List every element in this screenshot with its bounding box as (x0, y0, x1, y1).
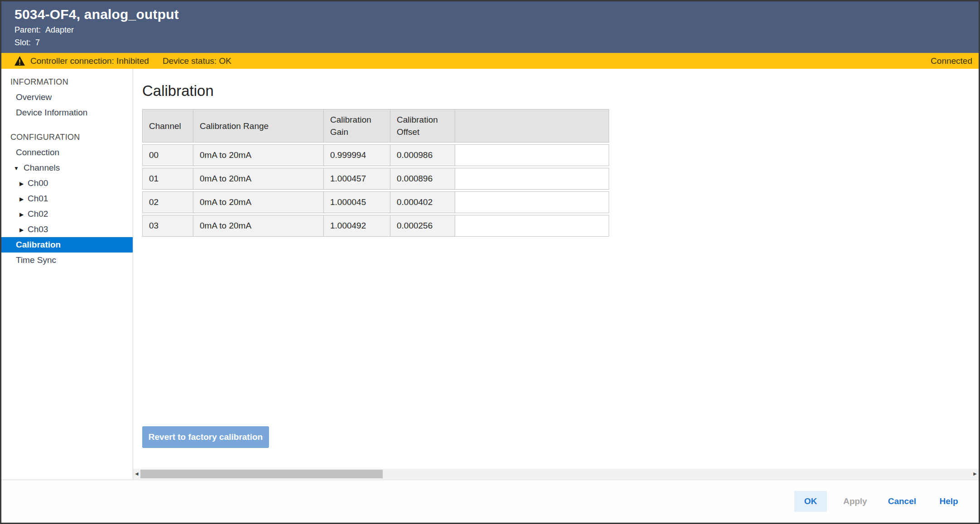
slot-label: Slot: (14, 38, 31, 47)
cell-gain: 0.999994 (324, 144, 390, 166)
cell-channel: 00 (142, 144, 193, 166)
sidebar-item-ch01-label[interactable]: Ch01 (28, 194, 48, 203)
header-row: Channel Calibration Range Calibration Ga… (142, 109, 609, 143)
cell-channel: 03 (142, 215, 193, 237)
help-button[interactable]: Help (932, 491, 965, 512)
body: INFORMATION Overview Device Information … (1, 69, 979, 480)
footer-bar: OK Apply Cancel Help (1, 480, 979, 523)
cell-empty (455, 144, 609, 166)
calibration-table-header: Channel Calibration Range Calibration Ga… (142, 109, 609, 143)
controller-connection-status: Controller connection: Inhibited (30, 56, 149, 66)
sidebar-item-ch00-label[interactable]: Ch00 (28, 178, 48, 188)
cell-gain: 1.000045 (324, 191, 390, 213)
table-row: 01 0mA to 20mA 1.000457 0.000896 (142, 168, 609, 190)
cell-range: 0mA to 20mA (193, 191, 324, 213)
sidebar-item-channels-label[interactable]: Channels (24, 163, 60, 172)
scrollbar-thumb[interactable] (140, 470, 383, 478)
sidebar: INFORMATION Overview Device Information … (1, 69, 133, 480)
cancel-button[interactable]: Cancel (884, 491, 921, 512)
sidebar-item-ch03[interactable]: ▶Ch03 (1, 222, 133, 237)
scrollbar-track[interactable] (140, 469, 971, 479)
cell-channel: 01 (142, 168, 193, 190)
revert-to-factory-calibration-button[interactable]: Revert to factory calibration (142, 426, 269, 448)
sidebar-item-ch01[interactable]: ▶Ch01 (1, 191, 133, 206)
sidebar-item-channels[interactable]: ▼Channels (1, 160, 133, 176)
sidebar-item-ch02[interactable]: ▶Ch02 (1, 206, 133, 222)
cell-gain: 1.000492 (324, 215, 390, 237)
sidebar-item-ch00[interactable]: ▶Ch00 (1, 176, 133, 191)
titlebar: 5034-OF4, analog_output Parent:Adapter S… (1, 1, 979, 53)
sidebar-item-overview[interactable]: Overview (1, 90, 133, 105)
parent-label: Parent: (14, 25, 41, 34)
cell-empty (455, 215, 609, 237)
ok-button[interactable]: OK (794, 491, 827, 512)
header-channel: Channel (142, 109, 193, 143)
horizontal-scrollbar[interactable]: ◄ ► (133, 469, 979, 479)
sidebar-item-device-information[interactable]: Device Information (1, 105, 133, 120)
table-row: 03 0mA to 20mA 1.000492 0.000256 (142, 215, 609, 237)
main-content: Calibration Channel Calibration Range Ca… (133, 69, 979, 480)
parent-value: Adapter (45, 25, 74, 34)
slot-line: Slot:7 (14, 38, 974, 48)
nav-section-configuration: CONFIGURATION (1, 129, 133, 145)
window-title: 5034-OF4, analog_output (14, 7, 974, 22)
nav-tree: INFORMATION Overview Device Information … (1, 74, 133, 268)
status-banner: Controller connection: Inhibited Device … (1, 53, 979, 69)
header-empty (455, 109, 609, 143)
calibration-table: Channel Calibration Range Calibration Ga… (142, 107, 609, 238)
cell-offset: 0.000986 (390, 144, 455, 166)
nav-section-information: INFORMATION (1, 74, 133, 90)
cell-empty (455, 191, 609, 213)
cell-range: 0mA to 20mA (193, 168, 324, 190)
content-inner: Calibration Channel Calibration Range Ca… (133, 69, 979, 238)
connection-state: Connected (931, 56, 972, 66)
header-calibration-gain: Calibration Gain (324, 109, 390, 143)
device-config-window: 5034-OF4, analog_output Parent:Adapter S… (0, 0, 980, 524)
sidebar-item-ch02-label[interactable]: Ch02 (28, 209, 48, 219)
apply-button[interactable]: Apply (839, 491, 872, 512)
table-row: 00 0mA to 20mA 0.999994 0.000986 (142, 144, 609, 166)
chevron-collapsed-icon[interactable]: ▶ (19, 222, 28, 238)
cell-offset: 0.000402 (390, 191, 455, 213)
cell-offset: 0.000896 (390, 168, 455, 190)
cell-offset: 0.000256 (390, 215, 455, 237)
scroll-right-icon[interactable]: ► (971, 469, 979, 479)
page-title: Calibration (142, 82, 979, 100)
cell-gain: 1.000457 (324, 168, 390, 190)
chevron-collapsed-icon[interactable]: ▶ (19, 207, 28, 222)
sidebar-item-calibration[interactable]: Calibration (1, 237, 133, 252)
chevron-expanded-icon[interactable]: ▼ (14, 161, 24, 176)
warning-icon (14, 56, 25, 66)
header-calibration-offset: Calibration Offset (390, 109, 455, 143)
sidebar-item-ch03-label[interactable]: Ch03 (28, 224, 48, 234)
scroll-left-icon[interactable]: ◄ (133, 469, 140, 479)
cell-channel: 02 (142, 191, 193, 213)
chevron-collapsed-icon[interactable]: ▶ (19, 191, 28, 207)
parent-line: Parent:Adapter (14, 25, 974, 35)
slot-value: 7 (35, 38, 40, 47)
device-status: Device status: OK (163, 56, 231, 66)
calibration-table-body: 00 0mA to 20mA 0.999994 0.000986 01 0mA … (142, 144, 609, 237)
sidebar-item-connection[interactable]: Connection (1, 145, 133, 160)
cell-range: 0mA to 20mA (193, 215, 324, 237)
cell-empty (455, 168, 609, 190)
header-calibration-range: Calibration Range (193, 109, 324, 143)
sidebar-item-time-sync[interactable]: Time Sync (1, 252, 133, 268)
chevron-collapsed-icon[interactable]: ▶ (19, 176, 28, 191)
cell-range: 0mA to 20mA (193, 144, 324, 166)
table-row: 02 0mA to 20mA 1.000045 0.000402 (142, 191, 609, 213)
